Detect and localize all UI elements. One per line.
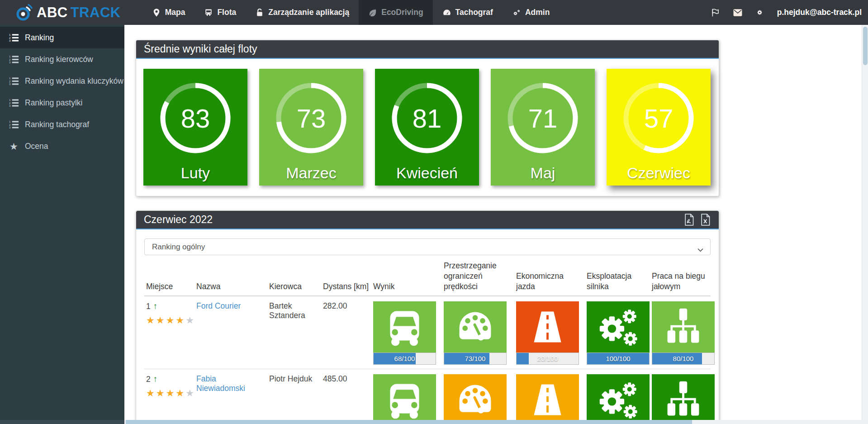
sidebar: 123 Ranking 123 Ranking kierowców 123 Ra… xyxy=(0,25,124,420)
month-score-value: 71 xyxy=(505,81,580,156)
ranking-type-value: Ranking ogólny xyxy=(152,243,205,252)
driver-cell: Piotr Hejduk xyxy=(269,374,323,424)
nav-label: EcoDriving xyxy=(381,8,423,17)
score-progress: 100/100 xyxy=(587,353,650,365)
sitemap-icon xyxy=(661,378,705,422)
driver-cell: Bartek Sztandera xyxy=(269,301,323,365)
score-cell-ekonomiczna: 20/100 xyxy=(516,301,587,365)
month-score-value: 73 xyxy=(274,81,349,156)
star-icon: ★ xyxy=(185,315,195,325)
distance-cell: 282.00 xyxy=(323,301,373,365)
horizontal-scrollbar-thumb[interactable] xyxy=(126,420,692,424)
list-ol-icon: 123 xyxy=(9,55,19,64)
score-tile xyxy=(444,374,507,424)
col-praca-na-biegu: Praca na biegu jałowym xyxy=(652,271,711,292)
star-icon: ★ xyxy=(156,388,166,398)
month-score-value: 57 xyxy=(621,81,696,156)
sidebar-item-label: Ranking xyxy=(25,33,54,43)
star-icon: ★ xyxy=(146,315,156,325)
nav-item-tachograf[interactable]: Tachograf xyxy=(433,0,503,25)
nav-label: Tachograf xyxy=(455,8,493,17)
vertical-scrollbar-thumb[interactable] xyxy=(863,27,868,65)
sidebar-item-ranking-tachograf[interactable]: 123 Ranking tachograf xyxy=(0,114,124,135)
sidebar-item-ranking-kierowcow[interactable]: 123 Ranking kierowców xyxy=(0,48,124,70)
unlock-icon xyxy=(255,8,264,17)
col-eksploatacja-silnika: Eksploatacja silnika xyxy=(587,271,652,292)
sidebar-item-ocena[interactable]: ★ Ocena xyxy=(0,135,124,157)
excel-export-icon[interactable] xyxy=(700,213,711,227)
col-dystans: Dystans [km] xyxy=(323,281,373,292)
vertical-scrollbar[interactable] xyxy=(862,25,868,420)
svg-text:3: 3 xyxy=(9,39,11,42)
svg-text:3: 3 xyxy=(9,61,11,64)
sidebar-item-label: Ranking tachograf xyxy=(25,120,89,129)
svg-text:3: 3 xyxy=(9,82,11,86)
gear-icon[interactable] xyxy=(755,8,765,18)
chevron-down-icon xyxy=(697,245,704,254)
col-kierowca: Kierowca xyxy=(269,281,323,292)
nav-item-ecodriving[interactable]: EcoDriving xyxy=(359,0,432,25)
nav-label: Flota xyxy=(217,8,236,17)
brand-name: ABCTRACK xyxy=(37,5,121,21)
ranking-type-select[interactable]: Ranking ogólny xyxy=(144,238,711,255)
place-number: 2 xyxy=(146,375,151,384)
gears-icon xyxy=(596,378,640,422)
list-ol-icon: 123 xyxy=(9,33,19,42)
fleet-panel-header: Średnie wyniki całej floty xyxy=(136,40,719,59)
pdf-export-icon[interactable] xyxy=(683,213,695,227)
score-tile: 73/100 xyxy=(444,301,507,365)
main-navigation: Mapa Flota Zarządzanie aplikacją EcoDriv… xyxy=(142,0,560,25)
vehicle-cell: Ford Courier xyxy=(196,301,269,365)
star-icon: ★ xyxy=(166,315,176,325)
score-label: 68/100 xyxy=(374,353,436,364)
nav-item-flota[interactable]: Flota xyxy=(194,0,246,25)
nav-item-zarzadzanie-aplikacja[interactable]: Zarządzanie aplikacją xyxy=(246,0,359,25)
road-icon xyxy=(526,305,569,349)
ranking-panel-body: Ranking ogólny Miejsce Nazwa Kierowca Dy… xyxy=(136,229,719,424)
svg-text:3: 3 xyxy=(9,104,11,107)
sidebar-item-label: Ranking wydania kluczyków xyxy=(25,76,123,86)
month-tile-luty: 83 Luty xyxy=(143,69,247,186)
score-progress: 73/100 xyxy=(444,353,507,365)
score-label: 100/100 xyxy=(587,353,649,364)
star-icon: ★ xyxy=(9,142,19,151)
horizontal-scrollbar[interactable] xyxy=(0,420,868,424)
month-tile-maj: 71 Maj xyxy=(491,69,595,186)
ranking-table-header: Miejsce Nazwa Kierowca Dystans [km] Wyni… xyxy=(144,261,711,296)
star-icon: ★ xyxy=(185,388,195,398)
trend-up-icon: ↑ xyxy=(153,374,158,384)
trend-up-icon: ↑ xyxy=(153,301,158,311)
rating-stars: ★★★★★ xyxy=(146,315,193,326)
star-icon: ★ xyxy=(146,388,156,398)
month-tile-czerwiec: 57 Czerwiec xyxy=(607,69,711,186)
place-cell: 2 ↑ ★★★★★ xyxy=(146,374,196,424)
score-cell-praca: 80/100 xyxy=(652,301,711,365)
nav-item-admin[interactable]: Admin xyxy=(503,0,559,25)
star-icon: ★ xyxy=(166,388,176,398)
sidebar-item-ranking-pastylki[interactable]: 123 Ranking pastylki xyxy=(0,92,124,114)
nav-item-mapa[interactable]: Mapa xyxy=(142,0,195,25)
leaf-icon xyxy=(368,8,377,17)
score-cell-ekonomiczna xyxy=(516,374,587,424)
month-label: Czerwiec xyxy=(607,164,711,182)
vehicle-link[interactable]: Ford Courier xyxy=(196,301,241,310)
ranking-table: Miejsce Nazwa Kierowca Dystans [km] Wyni… xyxy=(144,261,711,424)
car-icon xyxy=(383,305,427,349)
month-tile-marzec: 73 Marzec xyxy=(259,69,363,186)
tachometer-icon xyxy=(442,8,451,17)
sidebar-menu: 123 Ranking 123 Ranking kierowców 123 Ra… xyxy=(0,25,124,157)
month-label: Maj xyxy=(491,164,595,182)
sidebar-item-ranking-wydania-kluczykow[interactable]: 123 Ranking wydania kluczyków xyxy=(0,70,124,92)
user-email-menu[interactable]: p.hejduk@abc-track.pl xyxy=(777,8,862,17)
monthly-ranking-panel: Czerwiec 2022 Ranking ogólny Miejsce Naz… xyxy=(136,210,719,424)
month-label: Marzec xyxy=(259,164,363,182)
app-logo[interactable]: ABCTRACK xyxy=(14,4,121,22)
flag-icon[interactable] xyxy=(711,8,721,18)
col-miejsce: Miejsce xyxy=(146,281,196,292)
month-tile-kwiecien: 81 Kwiecień xyxy=(375,69,479,186)
vehicle-link[interactable]: Fabia Niewiadomski xyxy=(196,374,245,393)
speedometer-icon xyxy=(453,378,497,422)
envelope-icon[interactable] xyxy=(733,8,743,18)
sidebar-item-ranking[interactable]: 123 Ranking xyxy=(0,27,124,48)
col-nazwa: Nazwa xyxy=(196,281,269,292)
